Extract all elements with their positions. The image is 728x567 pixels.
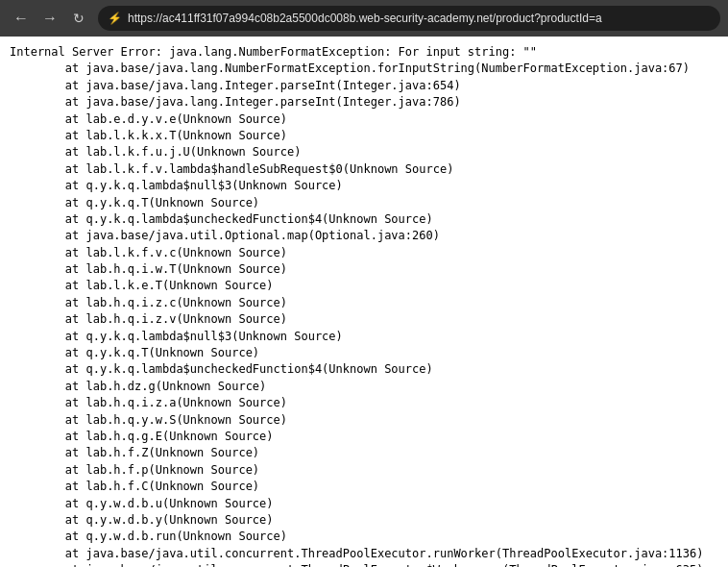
refresh-button[interactable]: ↻ <box>65 5 92 32</box>
error-line: at java.base/java.lang.Integer.parseInt(… <box>10 94 718 111</box>
error-line: Internal Server Error: java.lang.NumberF… <box>10 44 718 61</box>
error-line: at q.y.w.d.b.u(Unknown Source) <box>10 496 718 512</box>
error-line: at q.y.k.q.lambda$null$3(Unknown Source) <box>10 329 718 345</box>
error-line: at q.y.k.q.lambda$null$3(Unknown Source) <box>10 178 718 194</box>
error-line: at java.base/java.lang.NumberFormatExcep… <box>10 61 718 77</box>
page-content: Internal Server Error: java.lang.NumberF… <box>0 37 728 567</box>
error-line: at lab.h.q.i.z.v(Unknown Source) <box>10 311 718 328</box>
error-line: at lab.h.f.Z(Unknown Source) <box>10 445 718 461</box>
error-line: at q.y.k.q.T(Unknown Source) <box>10 345 718 361</box>
error-line: at java.base/java.lang.Integer.parseInt(… <box>10 78 718 94</box>
error-line: at lab.h.q.g.E(Unknown Source) <box>10 429 718 445</box>
error-line: at q.y.w.d.b.run(Unknown Source) <box>10 529 718 545</box>
error-line: at lab.h.q.i.z.a(Unknown Source) <box>10 395 718 411</box>
forward-button[interactable]: → <box>36 5 63 32</box>
error-line: at lab.h.f.p(Unknown Source) <box>10 462 718 479</box>
error-line: at q.y.w.d.b.y(Unknown Source) <box>10 512 718 529</box>
error-line: at lab.l.k.f.u.j.U(Unknown Source) <box>10 144 718 160</box>
error-line: at lab.l.k.f.v.lambda$handleSubRequest$0… <box>10 161 718 178</box>
error-line: at lab.h.q.i.z.c(Unknown Source) <box>10 295 718 311</box>
back-button[interactable]: ← <box>8 5 35 32</box>
error-line: at q.y.k.q.T(Unknown Source) <box>10 195 718 211</box>
error-line: at lab.l.k.k.x.T(Unknown Source) <box>10 128 718 144</box>
error-line: at lab.h.q.i.w.T(Unknown Source) <box>10 261 718 278</box>
error-line: at java.base/java.util.concurrent.Thread… <box>10 546 718 562</box>
error-line: at lab.h.dz.g(Unknown Source) <box>10 379 718 395</box>
security-icon: ⚡ <box>108 12 122 25</box>
error-line: at java.base/java.util.Optional.map(Opti… <box>10 228 718 244</box>
url-text: https://ac411ff31f07a994c08b2a5500dc008b… <box>128 12 602 25</box>
error-line: at lab.h.q.y.w.S(Unknown Source) <box>10 412 718 429</box>
address-bar[interactable]: ⚡ https://ac411ff31f07a994c08b2a5500dc00… <box>98 6 720 31</box>
error-line: at lab.h.f.C(Unknown Source) <box>10 479 718 495</box>
browser-chrome: ← → ↻ ⚡ https://ac411ff31f07a994c08b2a55… <box>0 0 728 37</box>
error-line: at lab.l.k.e.T(Unknown Source) <box>10 278 718 294</box>
error-line: at lab.l.k.f.v.c(Unknown Source) <box>10 245 718 261</box>
nav-buttons: ← → ↻ <box>8 5 92 32</box>
error-line: at q.y.k.q.lambda$uncheckedFunction$4(Un… <box>10 361 718 378</box>
error-line: at java.base/java.util.concurrent.Thread… <box>10 562 718 567</box>
error-line: at q.y.k.q.lambda$uncheckedFunction$4(Un… <box>10 211 718 228</box>
error-line: at lab.e.d.y.v.e(Unknown Source) <box>10 111 718 128</box>
